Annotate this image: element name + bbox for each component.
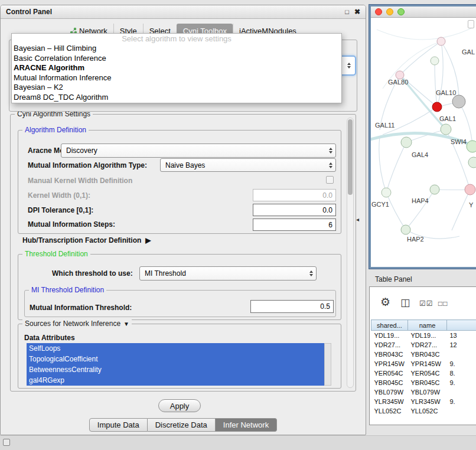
algorithm-option[interactable]: Bayesian – K2 [12, 83, 341, 93]
network-node[interactable] [382, 188, 391, 197]
table-row[interactable]: YBL079WYBL079W [371, 387, 476, 397]
dpi-tolerance-field[interactable]: 0.0 [253, 204, 336, 216]
algorithm-option[interactable]: Mutual Information Inference [12, 73, 341, 83]
network-edge[interactable] [379, 136, 386, 193]
network-edge[interactable] [452, 190, 470, 230]
network-node[interactable] [431, 57, 439, 65]
table-cell[interactable]: 9. [447, 378, 476, 387]
table-cell[interactable]: YPR145W [371, 359, 408, 369]
network-edge[interactable] [435, 61, 437, 107]
table-cell[interactable]: YBR045C [408, 378, 447, 387]
table-row[interactable]: YER054CYER054C8. [371, 369, 476, 378]
table-row[interactable]: YDL19...YDL19...13 [371, 331, 476, 340]
network-node[interactable] [432, 102, 442, 112]
network-node[interactable] [465, 184, 475, 195]
attributes-scrollbar[interactable] [324, 343, 331, 386]
select-all-icon[interactable]: ☑☑ [419, 299, 433, 308]
minimize-traffic-light-icon[interactable] [386, 8, 393, 15]
zoom-traffic-light-icon[interactable] [397, 8, 405, 15]
network-node[interactable] [437, 37, 445, 45]
network-node[interactable] [441, 124, 451, 135]
table-cell[interactable]: YBR043C [371, 350, 408, 359]
table-cell[interactable]: YDR27... [371, 340, 408, 350]
algorithm-option[interactable]: Basic Correlation Inference [12, 54, 341, 64]
table-cell[interactable]: YBL079W [408, 387, 447, 397]
table-cell[interactable]: YDL19... [408, 331, 447, 340]
network-edge[interactable] [406, 190, 435, 230]
algorithm-option[interactable]: ARACNE Algorithm [12, 63, 341, 73]
float-window-icon[interactable]: □ [345, 8, 349, 15]
table-row[interactable]: YPR145WYPR145W9. [371, 359, 476, 369]
network-node[interactable] [430, 185, 439, 194]
table-cell[interactable]: YLR345W [371, 397, 408, 406]
table-cell[interactable]: YLL052C [408, 406, 447, 416]
network-node[interactable] [401, 225, 410, 234]
table-cell[interactable]: 13 [447, 331, 476, 340]
aracne-mode-combobox[interactable]: Discovery [61, 144, 336, 158]
network-node[interactable] [467, 141, 476, 152]
columns-icon[interactable]: ◫ [400, 296, 410, 309]
table-cell[interactable]: YDR27... [408, 340, 447, 350]
close-icon[interactable]: ✖ [354, 8, 360, 16]
mi-threshold-field[interactable]: 0.5 [250, 300, 334, 313]
table-row[interactable]: YLL052CYLL052C [371, 406, 476, 416]
mi-steps-field[interactable]: 6 [253, 219, 336, 231]
close-traffic-light-icon[interactable] [375, 8, 382, 15]
data-attribute-item[interactable]: gal4RGexp [27, 375, 324, 386]
table-cell[interactable]: 8. [447, 369, 476, 378]
panel-collapse-arrow[interactable]: ◂ [356, 216, 359, 223]
apply-button[interactable]: Apply [158, 399, 201, 412]
which-threshold-combobox[interactable]: MI Threshold [139, 266, 317, 281]
table-cell[interactable]: YDL19... [371, 331, 408, 340]
tab-impute-data[interactable]: Impute Data [89, 418, 148, 432]
column-header[interactable] [447, 320, 476, 331]
table-cell[interactable]: YLR345W [408, 397, 447, 406]
network-edge[interactable] [437, 41, 443, 107]
hub-definition-toggle[interactable]: Hub/Transcription Factor Definition ▶ [22, 236, 151, 244]
table-row[interactable]: YDR27...YDR27...12 [371, 340, 476, 350]
table-cell[interactable]: 9. [447, 359, 476, 369]
minimized-panel-icon[interactable] [3, 439, 10, 446]
settings-scrollbar[interactable] [347, 118, 354, 388]
table-cell[interactable]: YBR045C [371, 378, 408, 387]
network-node[interactable] [468, 157, 476, 168]
kernel-width-field[interactable]: 0.0 [253, 189, 336, 201]
network-edge[interactable] [377, 28, 471, 40]
table-cell[interactable] [447, 350, 476, 359]
scrollbar-button[interactable] [468, 20, 474, 28]
manual-kernel-checkbox[interactable] [326, 176, 334, 184]
algorithm-option[interactable]: Bayesian – Hill Climbing [12, 44, 341, 54]
tab-infer-network[interactable]: Infer Network [216, 418, 277, 432]
gear-icon[interactable]: ⚙ [380, 295, 390, 309]
table-cell[interactable]: 9. [447, 397, 476, 406]
table-row[interactable]: YLR345WYLR345W9. [371, 397, 476, 406]
table-cell[interactable]: YPR145W [408, 359, 447, 369]
data-attribute-item[interactable]: TopologicalCoefficient [27, 354, 324, 364]
data-attribute-item[interactable]: SelfLoops [27, 343, 324, 354]
tab-discretize-data[interactable]: Discretize Data [148, 418, 216, 432]
algorithm-option[interactable]: Dream8 DC_TDC Algorithm [12, 93, 341, 103]
settings-scrollbar-thumb[interactable] [348, 119, 353, 195]
table-cell[interactable]: YLL052C [371, 406, 408, 416]
network-canvas[interactable]: GALGAL80GAL10GAL11GAL1SWI4GAL4GCY1HAP4YH… [371, 18, 476, 267]
column-header[interactable]: name [408, 320, 447, 331]
network-edge[interactable] [386, 193, 406, 230]
table-cell[interactable] [447, 387, 476, 397]
table-cell[interactable]: 12 [447, 340, 476, 350]
network-graph[interactable]: GALGAL80GAL10GAL11GAL1SWI4GAL4GCY1HAP4YH… [371, 18, 476, 267]
network-node[interactable] [452, 95, 465, 108]
sources-group-title[interactable]: Sources for Network Inference ▼ [22, 319, 132, 328]
mi-type-combobox[interactable]: Naive Bayes [160, 158, 336, 172]
column-header[interactable]: shared... [371, 320, 408, 331]
network-node[interactable] [401, 137, 412, 148]
table-cell[interactable]: YBL079W [371, 387, 408, 397]
table-row[interactable]: YBR045CYBR045C9. [371, 378, 476, 387]
table-cell[interactable]: YBR043C [408, 350, 447, 359]
table-cell[interactable]: YER054C [408, 369, 447, 378]
table-row[interactable]: YBR043CYBR043C [371, 350, 476, 359]
network-node[interactable] [396, 71, 404, 79]
table-cell[interactable]: YER054C [371, 369, 408, 378]
network-edge[interactable] [386, 142, 406, 193]
data-attribute-item[interactable]: BetweennessCentrality [27, 364, 324, 375]
deselect-all-icon[interactable]: □□ [438, 299, 448, 308]
